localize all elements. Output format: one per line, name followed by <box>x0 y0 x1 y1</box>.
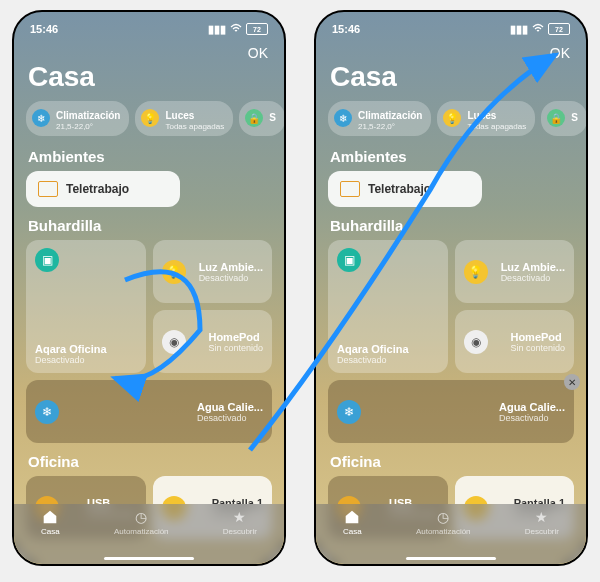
tile-name: HomePod <box>208 331 263 343</box>
tab-label: Casa <box>343 527 362 536</box>
tile-aqara[interactable]: ▣ Aqara Oficina Desactivado <box>328 240 448 373</box>
chip-value: Todas apagadas <box>467 123 526 131</box>
sensor-icon: ▣ <box>35 248 59 272</box>
tile-agua[interactable]: ❄︎ Agua Calie... Desactivado <box>26 380 272 443</box>
status-chips: ❄︎ Climatización 21,5-22,0° 💡 Luces Toda… <box>316 101 586 146</box>
status-bar: 15:46 ▮▮▮ 72 <box>14 12 284 40</box>
star-icon: ★ <box>533 508 551 526</box>
section-buhardilla: Buhardilla <box>14 215 284 240</box>
display-icon <box>38 181 58 197</box>
tile-luz[interactable]: 💡 Luz Ambie... Desactivado <box>455 240 575 303</box>
bulb-icon: 💡 <box>162 260 186 284</box>
chip-label: Climatización <box>56 110 120 121</box>
chip-value: 21,5-22,0° <box>56 123 120 131</box>
tile-name: HomePod <box>510 331 565 343</box>
wifi-icon <box>532 23 544 35</box>
status-time: 15:46 <box>30 23 58 35</box>
section-ambientes: Ambientes <box>316 146 586 171</box>
tab-home[interactable]: Casa <box>343 508 362 536</box>
tile-name: Luz Ambie... <box>199 261 263 273</box>
chip-partial[interactable]: 🔒 S <box>239 101 284 136</box>
scene-label: Teletrabajo <box>66 182 129 196</box>
chip-label: Luces <box>467 110 496 121</box>
sensor-icon: ▣ <box>337 248 361 272</box>
tile-agua[interactable]: ✕ ❄︎ Agua Calie... Desactivado <box>328 380 574 443</box>
status-time: 15:46 <box>332 23 360 35</box>
scene-teletrabajo[interactable]: Teletrabajo <box>26 171 180 207</box>
tile-luz[interactable]: 💡 Luz Ambie... Desactivado <box>153 240 273 303</box>
status-bar: 15:46 ▮▮▮ 72 <box>316 12 586 40</box>
tile-state: Desactivado <box>35 355 137 366</box>
page-title: Casa <box>316 61 586 101</box>
home-indicator[interactable] <box>406 557 496 560</box>
tile-state: Desactivado <box>337 355 439 366</box>
tab-label: Descubrir <box>525 527 559 536</box>
ok-button[interactable]: OK <box>248 45 268 61</box>
chip-lights[interactable]: 💡 Luces Todas apagadas <box>437 101 535 136</box>
chip-partial[interactable]: 🔒 S <box>541 101 586 136</box>
tile-name: Agua Calie... <box>499 401 565 413</box>
homepod-icon: ◉ <box>464 330 488 354</box>
tab-bar: Casa ◷ Automatización ★ Descubrir <box>316 504 586 564</box>
section-oficina: Oficina <box>316 451 586 476</box>
ok-button[interactable]: OK <box>550 45 570 61</box>
bulb-icon: 💡 <box>443 109 461 127</box>
chip-label: S <box>571 112 578 124</box>
clock-icon: ◷ <box>434 508 452 526</box>
home-icon <box>343 508 361 526</box>
climate-icon: ❄︎ <box>337 400 361 424</box>
display-icon <box>340 181 360 197</box>
lock-icon: 🔒 <box>547 109 565 127</box>
phone-left: 15:46 ▮▮▮ 72 OK Casa ❄︎ Climatización 21… <box>12 10 286 566</box>
tile-aqara[interactable]: ▣ Aqara Oficina Desactivado <box>26 240 146 373</box>
clock-icon: ◷ <box>132 508 150 526</box>
lock-icon: 🔒 <box>245 109 263 127</box>
status-right: ▮▮▮ 72 <box>510 23 570 36</box>
scene-teletrabajo[interactable]: Teletrabajo <box>328 171 482 207</box>
tile-name: Luz Ambie... <box>501 261 565 273</box>
signal-icon: ▮▮▮ <box>208 23 226 36</box>
chip-climate[interactable]: ❄︎ Climatización 21,5-22,0° <box>328 101 431 136</box>
chip-label: S <box>269 112 276 124</box>
chip-label: Climatización <box>358 110 422 121</box>
tile-name: Aqara Oficina <box>337 343 439 355</box>
status-right: ▮▮▮ 72 <box>208 23 268 36</box>
section-ambientes: Ambientes <box>14 146 284 171</box>
section-buhardilla: Buhardilla <box>316 215 586 240</box>
tab-bar: Casa ◷ Automatización ★ Descubrir <box>14 504 284 564</box>
tile-state: Sin contenido <box>510 343 565 354</box>
tab-automation[interactable]: ◷ Automatización <box>114 508 169 536</box>
bulb-icon: 💡 <box>141 109 159 127</box>
climate-icon: ❄︎ <box>32 109 50 127</box>
tab-automation[interactable]: ◷ Automatización <box>416 508 471 536</box>
tile-state: Desactivado <box>501 273 565 284</box>
tile-state: Sin contenido <box>208 343 263 354</box>
wifi-icon <box>230 23 242 35</box>
home-indicator[interactable] <box>104 557 194 560</box>
chip-lights[interactable]: 💡 Luces Todas apagadas <box>135 101 233 136</box>
page-title: Casa <box>14 61 284 101</box>
tile-name: Aqara Oficina <box>35 343 137 355</box>
tab-discover[interactable]: ★ Descubrir <box>525 508 559 536</box>
tile-state: Desactivado <box>199 273 263 284</box>
header: OK <box>316 40 586 61</box>
chip-value: Todas apagadas <box>165 123 224 131</box>
tab-discover[interactable]: ★ Descubrir <box>223 508 257 536</box>
tab-home[interactable]: Casa <box>41 508 60 536</box>
tile-homepod[interactable]: ◉ HomePod Sin contenido <box>153 310 273 373</box>
home-icon <box>41 508 59 526</box>
signal-icon: ▮▮▮ <box>510 23 528 36</box>
bulb-icon: 💡 <box>464 260 488 284</box>
chip-climate[interactable]: ❄︎ Climatización 21,5-22,0° <box>26 101 129 136</box>
battery-icon: 72 <box>246 23 268 35</box>
remove-handle-icon[interactable]: ✕ <box>564 374 580 390</box>
climate-icon: ❄︎ <box>35 400 59 424</box>
section-oficina: Oficina <box>14 451 284 476</box>
tab-label: Casa <box>41 527 60 536</box>
phone-right: 15:46 ▮▮▮ 72 OK Casa ❄︎ Climatización 21… <box>314 10 588 566</box>
battery-icon: 72 <box>548 23 570 35</box>
tile-state: Desactivado <box>499 413 565 424</box>
tile-homepod[interactable]: ◉ HomePod Sin contenido <box>455 310 575 373</box>
tile-state: Desactivado <box>197 413 263 424</box>
tab-label: Automatización <box>416 527 471 536</box>
